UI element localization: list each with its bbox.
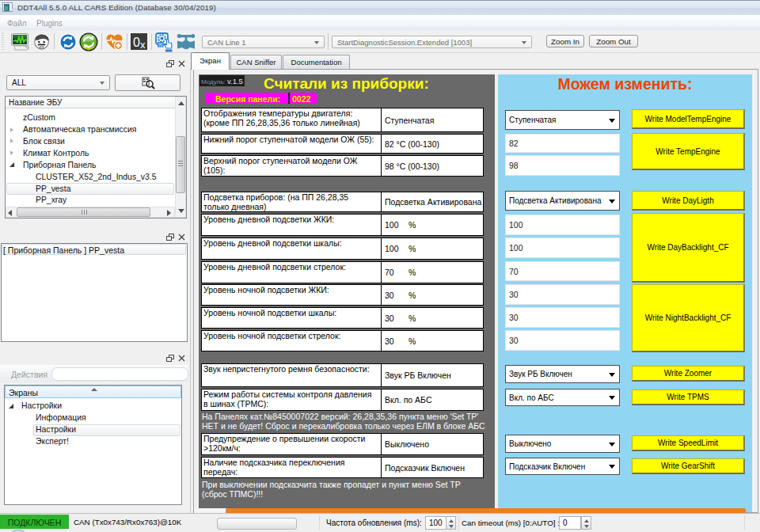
svg-text:x: x <box>140 39 146 51</box>
svg-text:0: 0 <box>133 36 140 49</box>
